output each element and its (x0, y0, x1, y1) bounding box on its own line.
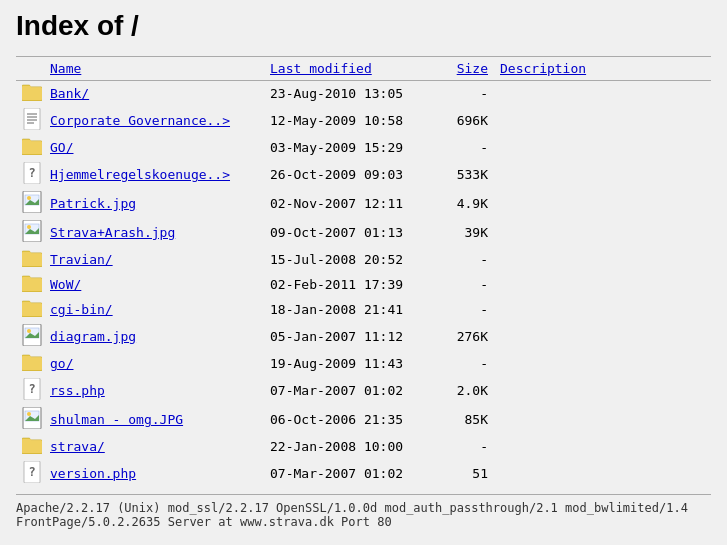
file-link[interactable]: WoW/ (50, 277, 81, 292)
file-date-cell: 15-Jul-2008 20:52 (264, 247, 434, 272)
file-icon-cell (16, 247, 44, 272)
svg-rect-51 (22, 356, 31, 359)
table-row: strava/ 22-Jan-2008 10:00 - (16, 434, 711, 459)
file-icon-cell (16, 135, 44, 160)
file-icon-cell: ? (16, 376, 44, 405)
file-name-cell: version.php (44, 459, 264, 488)
file-link[interactable]: cgi-bin/ (50, 302, 113, 317)
file-name-cell: strava/ (44, 434, 264, 459)
folder-icon (22, 143, 42, 158)
svg-text:?: ? (28, 166, 35, 180)
file-size-cell: - (434, 135, 494, 160)
file-desc-cell (494, 272, 711, 297)
svg-point-56 (27, 412, 31, 416)
file-name-cell: Hjemmelregelskoenuge..> (44, 160, 264, 189)
file-desc-cell (494, 405, 711, 434)
file-desc-cell (494, 247, 711, 272)
size-sort-link[interactable]: Size (457, 61, 488, 76)
file-date-cell: 19-Aug-2009 11:43 (264, 351, 434, 376)
file-link[interactable]: go/ (50, 356, 73, 371)
file-icon-cell: ? (16, 160, 44, 189)
file-size-cell: 276K (434, 322, 494, 351)
file-date-cell: 09-Oct-2007 01:13 (264, 218, 434, 247)
svg-rect-35 (22, 279, 42, 291)
desc-sort-link[interactable]: Description (500, 61, 586, 76)
unknown-icon: ? (22, 172, 42, 187)
file-date-cell: 23-Aug-2010 13:05 (264, 81, 434, 107)
file-link[interactable]: diagram.jpg (50, 329, 136, 344)
svg-rect-36 (22, 277, 31, 280)
folder-icon (22, 89, 42, 104)
table-row: Strava+Arash.jpg 09-Oct-2007 01:13 39K (16, 218, 711, 247)
image-icon (22, 230, 42, 245)
svg-rect-5 (24, 108, 40, 130)
file-link[interactable]: Corporate Governance..> (50, 113, 230, 128)
table-row: Travian/ 15-Jul-2008 20:52 - (16, 247, 711, 272)
file-desc-cell (494, 351, 711, 376)
file-date-cell: 26-Oct-2009 09:03 (264, 160, 434, 189)
file-date-cell: 02-Feb-2011 17:39 (264, 272, 434, 297)
svg-rect-31 (22, 252, 31, 255)
table-row: cgi-bin/ 18-Jan-2008 21:41 - (16, 297, 711, 322)
svg-rect-3 (22, 88, 42, 100)
svg-rect-4 (22, 86, 31, 89)
svg-rect-14 (22, 140, 31, 143)
file-icon-cell: ? (16, 459, 44, 488)
desc-column-header: Description (494, 57, 711, 81)
table-row: go/ 19-Aug-2009 11:43 - (16, 351, 711, 376)
file-link[interactable]: strava/ (50, 439, 105, 454)
file-name-cell: WoW/ (44, 272, 264, 297)
file-icon-cell (16, 106, 44, 135)
page-title: Index of / (16, 10, 711, 42)
unknown-icon: ? (22, 471, 42, 486)
svg-rect-41 (22, 302, 31, 305)
name-sort-link[interactable]: Name (50, 61, 81, 76)
name-column-header: Name (44, 57, 264, 81)
image-icon (22, 201, 42, 216)
file-name-cell: Bank/ (44, 81, 264, 107)
file-link[interactable]: shulman - omg.JPG (50, 412, 183, 427)
svg-point-19 (27, 196, 31, 200)
date-sort-link[interactable]: Last modified (270, 61, 372, 76)
table-row: ? rss.php 07-Mar-2007 01:02 2.0K (16, 376, 711, 405)
svg-rect-62 (22, 441, 42, 453)
file-text-icon (22, 118, 42, 133)
table-row: GO/ 03-May-2009 15:29 - (16, 135, 711, 160)
file-link[interactable]: rss.php (50, 383, 105, 398)
file-name-cell: Travian/ (44, 247, 264, 272)
file-desc-cell (494, 106, 711, 135)
file-icon-cell (16, 405, 44, 434)
file-desc-cell (494, 297, 711, 322)
file-link[interactable]: version.php (50, 466, 136, 481)
table-row: ? Hjemmelregelskoenuge..> 26-Oct-2009 09… (16, 160, 711, 189)
date-column-header: Last modified (264, 57, 434, 81)
file-name-cell: GO/ (44, 135, 264, 160)
unknown-icon: ? (22, 388, 42, 403)
file-link[interactable]: Travian/ (50, 252, 113, 267)
server-info: Apache/2.2.17 (Unix) mod_ssl/2.2.17 Open… (16, 501, 688, 529)
file-desc-cell (494, 459, 711, 488)
folder-icon (22, 280, 42, 295)
file-link[interactable]: Bank/ (50, 86, 89, 101)
file-icon-cell (16, 189, 44, 218)
svg-point-44 (27, 329, 31, 333)
icon-column-header (16, 57, 44, 81)
file-link[interactable]: GO/ (50, 140, 73, 155)
file-date-cell: 03-May-2009 15:29 (264, 135, 434, 160)
file-name-cell: shulman - omg.JPG (44, 405, 264, 434)
file-name-cell: Patrick.jpg (44, 189, 264, 218)
file-size-cell: - (434, 247, 494, 272)
file-link[interactable]: Hjemmelregelskoenuge..> (50, 167, 230, 182)
file-name-cell: cgi-bin/ (44, 297, 264, 322)
file-rows: Bank/ 23-Aug-2010 13:05 - Corporate Gove… (16, 81, 711, 489)
file-size-cell: 85K (434, 405, 494, 434)
table-row: ? version.php 07-Mar-2007 01:02 51 (16, 459, 711, 488)
file-desc-cell (494, 434, 711, 459)
file-date-cell: 06-Oct-2006 21:35 (264, 405, 434, 434)
file-link[interactable]: Patrick.jpg (50, 196, 136, 211)
file-link[interactable]: Strava+Arash.jpg (50, 225, 175, 240)
table-row: diagram.jpg 05-Jan-2007 11:12 276K (16, 322, 711, 351)
svg-rect-30 (22, 254, 42, 266)
file-desc-cell (494, 218, 711, 247)
file-date-cell: 12-May-2009 10:58 (264, 106, 434, 135)
